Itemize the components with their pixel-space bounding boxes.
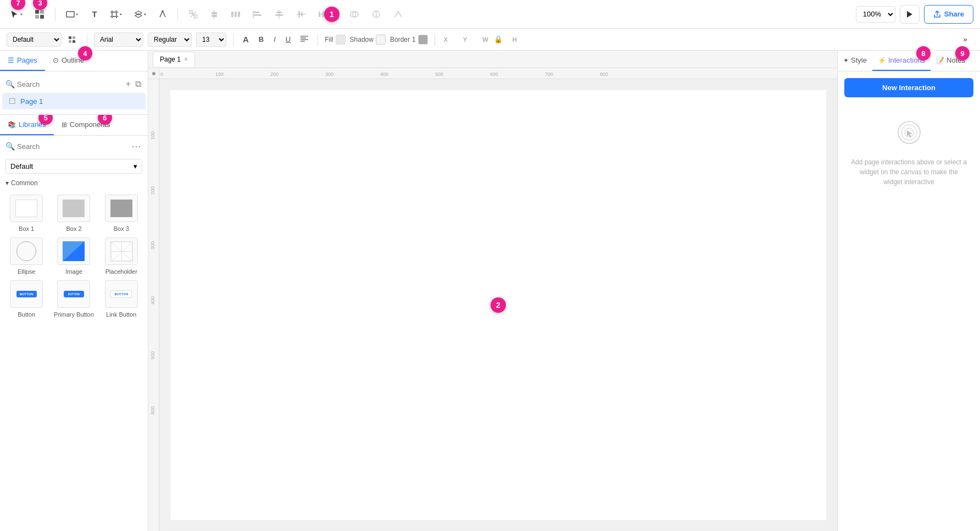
component-image[interactable]: Image [53, 237, 94, 275]
add-page-button[interactable]: + [125, 78, 132, 90]
border-swatch[interactable] [418, 35, 428, 45]
align-middle-button[interactable] [292, 6, 310, 23]
component-ellipse[interactable]: Ellipse [5, 237, 47, 275]
zoom-select[interactable]: 100% 50% 150% 200% [856, 6, 895, 23]
lib-search-input[interactable] [17, 142, 128, 151]
font-style-select[interactable]: Regular [148, 32, 192, 47]
component-box2[interactable]: Box 2 [53, 195, 94, 232]
layers-tool-button[interactable] [130, 6, 151, 23]
pages-tab[interactable]: ☰ Pages 3 [0, 51, 45, 71]
outline-tab[interactable]: ⊙ Outline 4 [45, 51, 92, 71]
svg-rect-25 [235, 12, 237, 17]
libraries-tab[interactable]: 📚 Libraries 5 [0, 115, 54, 135]
font-family-select[interactable]: Arial [94, 32, 143, 47]
canvas-white-area[interactable] [170, 90, 826, 520]
component-box3[interactable]: Box 3 [101, 195, 142, 232]
duplicate-page-button[interactable]: ⧉ [134, 78, 142, 90]
distribute-v-button[interactable] [205, 6, 223, 23]
v-ruler-400: 400 [150, 296, 155, 305]
expand-tool-button[interactable] [185, 6, 202, 23]
outline-tab-label: Outline [62, 56, 84, 64]
v-ruler-300: 300 [150, 241, 155, 250]
link-button-shape: BUTTON [110, 290, 132, 298]
component-tool-button[interactable] [31, 6, 48, 23]
mask-button[interactable] [368, 6, 385, 23]
ruler-row: 0 100 200 300 400 500 600 700 800 [148, 68, 837, 79]
fill-label: Fill [325, 36, 333, 43]
style-tab[interactable]: ✦ Style 7 [838, 51, 872, 71]
select-tool-button[interactable] [7, 6, 27, 23]
component-box1[interactable]: Box 1 [5, 195, 47, 232]
svg-rect-24 [231, 12, 233, 17]
italic-button[interactable]: I [271, 32, 279, 47]
play-button[interactable] [900, 5, 920, 24]
svg-rect-39 [326, 12, 328, 17]
component-link-button-label: Link Button [106, 311, 136, 318]
component-box2-label: Box 2 [66, 225, 81, 232]
box3-shape [110, 200, 132, 217]
lib-more-button[interactable]: ⋯ [130, 139, 142, 153]
more-options-button[interactable]: » [957, 31, 973, 48]
bold-button[interactable]: B [256, 32, 266, 47]
new-interaction-button[interactable]: New Interaction [844, 78, 973, 97]
style-icon: ✦ [843, 57, 849, 64]
lib-toolbar: 🔍 ⋯ [0, 136, 148, 157]
layer-toggle-button[interactable] [64, 31, 80, 48]
fill-swatch[interactable] [336, 35, 346, 45]
component-box3-label: Box 3 [114, 225, 129, 232]
components-icon: ⊞ [62, 121, 67, 129]
common-section: ▾ Common [0, 176, 148, 195]
align-text-button[interactable] [298, 32, 311, 47]
font-size-select[interactable]: 13 [196, 32, 226, 47]
font-size-increase-button[interactable]: A [240, 32, 252, 47]
align-distribute-button[interactable] [314, 6, 332, 23]
component-primary-button-thumb: BUTTON [57, 280, 90, 308]
button-shape: BUTTON [16, 291, 37, 297]
image-shape [63, 241, 85, 261]
page-item[interactable]: ☐ Page 1 [2, 93, 146, 109]
text-tool-button[interactable]: T [86, 6, 103, 23]
component-button[interactable]: BUTTON Button [5, 280, 47, 318]
lib-dropdown[interactable]: Default ▾ [5, 159, 142, 174]
flatten-button[interactable] [389, 6, 407, 23]
ruler-tick-600: 600 [490, 71, 498, 77]
outline-icon: ⊙ [53, 56, 59, 64]
selection-tools [7, 6, 48, 23]
interaction-hint: Add page interactions above or select a … [850, 157, 968, 187]
align-center-button[interactable] [270, 6, 288, 23]
top-toolbar: T [0, 0, 980, 29]
component-placeholder[interactable]: Placeholder [101, 237, 142, 275]
svg-rect-32 [275, 14, 283, 16]
share-button[interactable]: Share [924, 5, 973, 24]
ruler-tick-700: 700 [545, 71, 553, 77]
components-tab[interactable]: ⊞ Components 6 [54, 115, 118, 135]
underline-button[interactable]: U [283, 32, 293, 47]
shadow-control: Shadow [350, 35, 386, 45]
canvas-tab-close[interactable]: × [184, 56, 188, 63]
frame-tool-button[interactable] [106, 6, 127, 23]
component-link-button[interactable]: BUTTON Link Button [101, 280, 142, 318]
distribute-h-button[interactable] [226, 6, 244, 23]
ruler-tick-0: 0 [160, 71, 163, 77]
common-label[interactable]: ▾ Common [5, 179, 142, 187]
h-label: H [513, 36, 517, 43]
canvas-tab-page1[interactable]: Page 1 × [153, 52, 195, 67]
svg-rect-34 [298, 11, 300, 18]
interactions-tab[interactable]: ⚡ Interactions 8 [872, 51, 931, 71]
divider-font [87, 33, 87, 46]
align-left-button[interactable] [248, 6, 266, 23]
right-tabs: ✦ Style 7 ⚡ Interactions 8 📝 Notes 9 [838, 51, 980, 71]
v-ruler-100: 100 [150, 131, 155, 140]
pen-tool-button[interactable] [154, 6, 171, 23]
rectangle-tool-button[interactable] [62, 6, 83, 23]
canvas-viewport[interactable]: 2 [159, 79, 837, 531]
shadow-swatch[interactable] [376, 35, 386, 45]
boolean-tool-button[interactable] [346, 6, 363, 23]
component-primary-button[interactable]: BUTTON Primary Button [53, 280, 94, 318]
page-dropdown[interactable]: Default [7, 32, 62, 47]
share-label: Share [944, 10, 964, 18]
pages-search-input[interactable] [17, 80, 122, 88]
notes-tab[interactable]: 📝 Notes 9 [931, 51, 971, 71]
component-box1-label: Box 1 [19, 225, 34, 232]
v-ruler-200: 200 [150, 186, 155, 195]
